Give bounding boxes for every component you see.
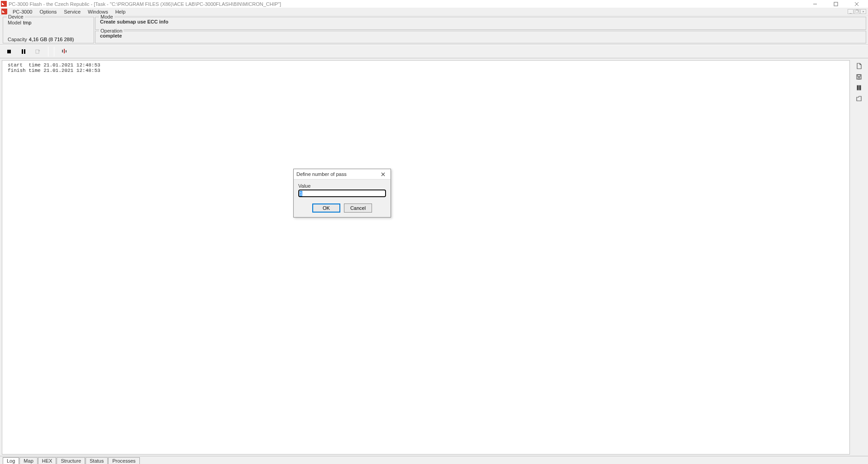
dialog-close-button[interactable]	[378, 170, 388, 178]
device-legend: Device	[7, 14, 25, 19]
device-group: Device Model tmp Capacity 4,16 GB (8 716…	[3, 17, 94, 43]
minimize-button[interactable]	[806, 0, 824, 8]
folder-icon[interactable]	[855, 95, 863, 103]
mode-value: Create submap use ECC info	[100, 19, 168, 24]
new-file-icon[interactable]	[855, 62, 863, 70]
svg-rect-14	[857, 85, 858, 90]
menubar: PC-3000 Options Service Windows Help _ ❐…	[0, 8, 868, 16]
capacity-label: Capacity	[8, 37, 27, 42]
svg-rect-7	[36, 50, 39, 53]
operation-legend: Operation	[99, 28, 124, 33]
info-panel: Device Model tmp Capacity 4,16 GB (8 716…	[0, 16, 868, 45]
operation-value: complete	[100, 33, 122, 38]
svg-rect-6	[24, 49, 25, 54]
model-label: Model	[8, 20, 21, 25]
dialog-define-pass: Define number of pass Value OK Cancel	[293, 169, 391, 218]
pause-button[interactable]	[19, 47, 28, 56]
app-icon	[1, 1, 7, 7]
mode-group: Mode Create submap use ECC info	[95, 17, 866, 30]
toolbar-separator-2	[54, 47, 54, 57]
stop-button[interactable]	[5, 47, 14, 56]
mode-legend: Mode	[99, 14, 114, 19]
menu-options[interactable]: Options	[36, 8, 60, 15]
close-button[interactable]	[848, 0, 865, 8]
svg-rect-9	[64, 49, 65, 53]
svg-rect-12	[858, 75, 860, 76]
window-controls	[806, 0, 868, 8]
svg-rect-1	[834, 2, 838, 6]
menu-service[interactable]: Service	[60, 8, 84, 15]
tab-hex[interactable]: HEX	[38, 457, 57, 464]
mdi-controls: _ ❐ ×	[847, 9, 868, 14]
sliders-button[interactable]	[60, 47, 69, 56]
tab-log[interactable]: Log	[3, 457, 19, 464]
value-input[interactable]	[298, 189, 386, 197]
tab-map[interactable]: Map	[19, 457, 37, 464]
dialog-body: Value OK Cancel	[294, 180, 391, 217]
toolbar	[0, 45, 868, 58]
model-value: tmp	[23, 20, 31, 25]
maximize-button[interactable]	[827, 0, 844, 8]
side-toolbar	[850, 58, 868, 455]
mdi-close[interactable]: ×	[860, 9, 866, 14]
log-pane[interactable]: start time 21.01.2021 12:48:53 finish ti…	[2, 60, 850, 455]
svg-rect-4	[7, 50, 11, 53]
window-title: PC-3000 Flash - the Czech Republic - [Ta…	[9, 1, 281, 7]
svg-rect-10	[66, 50, 67, 52]
mdi-minimize[interactable]: _	[848, 9, 854, 14]
svg-rect-13	[858, 77, 860, 79]
operation-group: Operation complete	[95, 31, 866, 44]
svg-rect-8	[62, 50, 63, 52]
toolbar-separator	[48, 47, 48, 57]
export-button[interactable]	[33, 47, 43, 56]
pause-small-icon[interactable]	[855, 84, 863, 92]
tab-status[interactable]: Status	[86, 457, 108, 464]
tab-structure[interactable]: Structure	[57, 457, 85, 464]
titlebar: PC-3000 Flash - the Czech Republic - [Ta…	[0, 0, 868, 8]
log-line-2: finish time 21.01.2021 12:48:53	[8, 68, 100, 73]
svg-rect-15	[859, 85, 861, 90]
value-label: Value	[298, 183, 386, 189]
mdi-restore[interactable]: ❐	[854, 9, 860, 14]
bottom-tabs: Log Map HEX Structure Status Processes	[0, 456, 868, 464]
main-area: start time 21.01.2021 12:48:53 finish ti…	[0, 58, 868, 455]
svg-rect-5	[22, 49, 23, 54]
ok-button[interactable]: OK	[312, 204, 340, 213]
log-line-1: start time 21.01.2021 12:48:53	[8, 62, 100, 68]
cancel-button[interactable]: Cancel	[344, 204, 372, 213]
dialog-title-text: Define number of pass	[296, 171, 347, 177]
tab-processes[interactable]: Processes	[108, 457, 139, 464]
save-icon[interactable]	[855, 73, 863, 81]
dialog-titlebar[interactable]: Define number of pass	[294, 169, 391, 180]
capacity-value: 4,16 GB (8 716 288)	[29, 37, 74, 42]
